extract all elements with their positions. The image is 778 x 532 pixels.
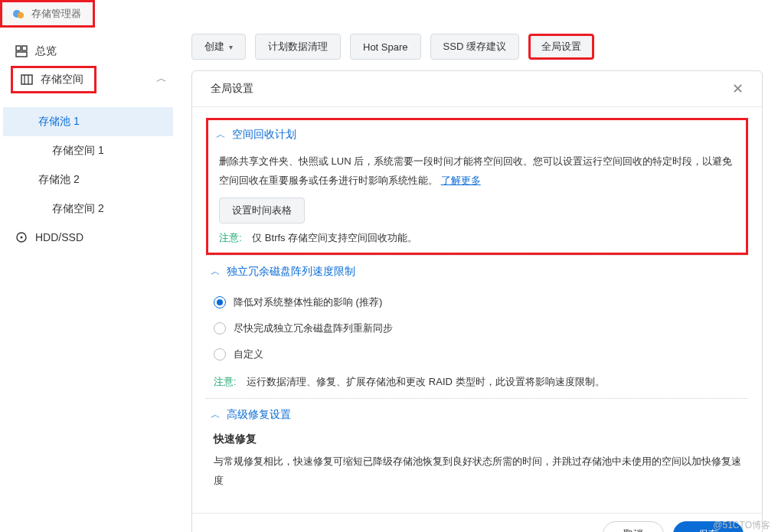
section-description: 删除共享文件夹、快照或 LUN 后，系统需要一段时间才能将空间回收。您可以设置运…: [219, 152, 738, 190]
panel-header: 全局设置 ✕: [192, 71, 762, 107]
app-titlebar: 存储管理器: [0, 0, 95, 28]
note-label: 注意:: [219, 232, 242, 243]
sidebar-item-label: 存储池 1: [38, 115, 80, 127]
panel-title: 全局设置: [211, 82, 253, 96]
panel-body: ︿ 空间回收计划 删除共享文件夹、快照或 LUN 后，系统需要一段时间才能将空间…: [192, 107, 762, 513]
sidebar-item-label: 存储空间: [41, 73, 83, 86]
app-title: 存储管理器: [31, 7, 81, 21]
section-raid-speed: ︿ 独立冗余磁盘阵列速度限制 降低对系统整体性能的影响 (推荐) 尽快完成独立冗…: [206, 255, 748, 398]
storage-manager-icon: [11, 7, 25, 21]
main-content: 创建 ▾ 计划数据清理 Hot Spare SSD 缓存建议 全局设置 全局设置…: [176, 28, 778, 532]
section-header-reclaim[interactable]: ︿ 空间回收计划: [216, 128, 738, 142]
disk-icon: [15, 231, 28, 243]
section-advanced-repair: ︿ 高级修复设置 快速修复 与常规修复相比，快速修复可缩短已降级存储池恢复到良好…: [206, 398, 748, 507]
section-title: 高级修复设置: [227, 408, 291, 422]
sidebar-item-volume1[interactable]: 存储空间 1: [3, 136, 173, 165]
radio-label: 降低对系统整体性能的影响 (推荐): [234, 295, 382, 309]
create-button[interactable]: 创建 ▾: [191, 34, 246, 60]
cancel-button[interactable]: 取消: [603, 521, 664, 532]
section-header-repair[interactable]: ︿ 高级修复设置: [211, 408, 744, 422]
radio-option-recommended[interactable]: 降低对系统整体性能的影响 (推荐): [214, 289, 744, 315]
sidebar-item-label: 存储池 2: [38, 173, 80, 185]
chevron-up-icon: ︿: [211, 408, 221, 422]
note-row: 注意: 仅 Btrfs 存储空间支持空间回收功能。: [219, 231, 738, 245]
svg-point-9: [21, 237, 23, 239]
radio-label: 尽快完成独立冗余磁盘阵列重新同步: [234, 321, 393, 335]
scrub-button[interactable]: 计划数据清理: [255, 34, 341, 60]
global-settings-button[interactable]: 全局设置: [528, 34, 594, 60]
sidebar-item-volume2[interactable]: 存储空间 2: [3, 194, 173, 224]
overview-icon: [15, 45, 28, 57]
global-settings-panel: 全局设置 ✕ ︿ 空间回收计划 删除共享文件夹、快照或 LUN 后，系统需要一段…: [191, 70, 763, 532]
chevron-up-icon: ︿: [216, 128, 226, 142]
svg-point-1: [18, 12, 24, 18]
sidebar: 总览 存储空间 ︿ 存储池 1 存储空间 1 存储池 2 存储空间 2: [0, 28, 176, 532]
section-space-reclaim: ︿ 空间回收计划 删除共享文件夹、快照或 LUN 后，系统需要一段时间才能将空间…: [206, 118, 748, 255]
panel-footer: 取消 保存: [192, 513, 762, 532]
section-title: 空间回收计划: [232, 128, 296, 142]
chevron-up-icon: ︿: [211, 265, 221, 279]
note-label: 注意:: [214, 376, 237, 387]
radio-icon: [214, 296, 226, 308]
note-text: 运行数据清理、修复、扩展存储池和更改 RAID 类型时，此设置将影响速度限制。: [247, 376, 604, 387]
close-icon[interactable]: ✕: [732, 80, 744, 97]
svg-rect-4: [16, 52, 27, 57]
chevron-down-icon: ▾: [229, 43, 233, 51]
section-header-raid[interactable]: ︿ 独立冗余磁盘阵列速度限制: [211, 265, 744, 279]
note-text: 仅 Btrfs 存储空间支持空间回收功能。: [252, 232, 417, 243]
storage-icon: [21, 73, 33, 86]
radio-icon: [214, 322, 226, 335]
svg-rect-3: [22, 46, 27, 51]
sidebar-item-label: 总览: [35, 44, 57, 58]
raid-radio-group: 降低对系统整体性能的影响 (推荐) 尽快完成独立冗余磁盘阵列重新同步 自定义: [214, 289, 744, 367]
learn-more-link[interactable]: 了解更多: [441, 175, 481, 186]
toolbar: 创建 ▾ 计划数据清理 Hot Spare SSD 缓存建议 全局设置: [191, 34, 763, 60]
svg-rect-5: [21, 75, 32, 84]
sidebar-item-pool1[interactable]: 存储池 1: [3, 107, 173, 136]
watermark: @51CTO博客: [713, 519, 770, 532]
quick-repair-heading: 快速修复: [214, 432, 744, 446]
radio-icon: [214, 348, 226, 361]
radio-option-fastest[interactable]: 尽快完成独立冗余磁盘阵列重新同步: [214, 315, 744, 341]
chevron-up-icon[interactable]: ︿: [156, 72, 167, 84]
sidebar-item-storage[interactable]: 存储空间: [11, 66, 96, 93]
hotspare-button[interactable]: Hot Spare: [350, 34, 421, 60]
note-row: 注意: 运行数据清理、修复、扩展存储池和更改 RAID 类型时，此设置将影响速度…: [214, 375, 744, 389]
sidebar-item-label: HDD/SSD: [35, 231, 83, 243]
sidebar-item-label: 存储空间 1: [52, 144, 104, 156]
sidebar-item-hdd-ssd[interactable]: HDD/SSD: [3, 224, 173, 251]
section-title: 独立冗余磁盘阵列速度限制: [227, 265, 355, 279]
sidebar-item-label: 存储空间 2: [52, 202, 104, 214]
radio-label: 自定义: [234, 348, 263, 361]
ssd-advisor-button[interactable]: SSD 缓存建议: [430, 34, 519, 60]
set-schedule-button[interactable]: 设置时间表格: [219, 197, 305, 224]
quick-repair-description: 与常规修复相比，快速修复可缩短已降级存储池恢复到良好状态所需的时间，并跳过存储池…: [214, 452, 744, 490]
sidebar-item-pool2[interactable]: 存储池 2: [3, 165, 173, 194]
svg-rect-2: [16, 46, 21, 51]
radio-option-custom[interactable]: 自定义: [214, 341, 744, 367]
sidebar-item-overview[interactable]: 总览: [3, 37, 173, 66]
